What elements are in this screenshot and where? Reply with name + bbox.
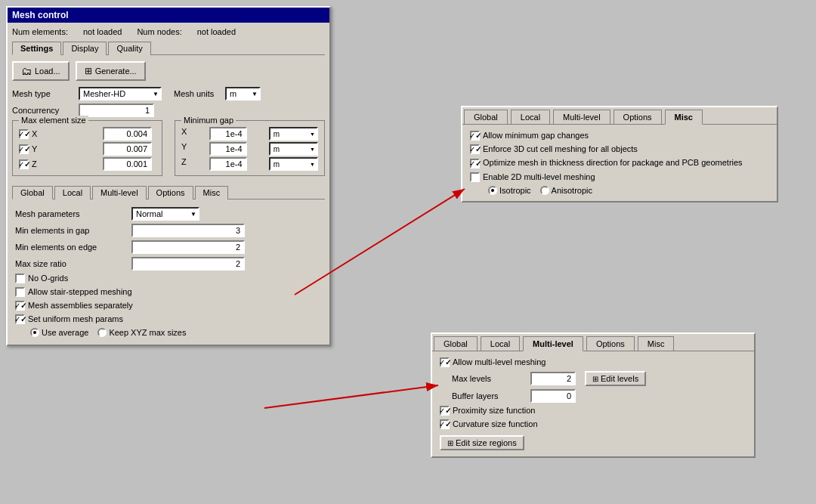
misc-tab-global[interactable]: Global bbox=[464, 110, 508, 125]
curvature-size-label: Curvature size function bbox=[453, 419, 538, 428]
use-average-radio[interactable]: Use average bbox=[30, 328, 88, 337]
ml-tab-misc[interactable]: Misc bbox=[638, 336, 675, 351]
max-levels-input[interactable] bbox=[530, 372, 576, 385]
misc-panel: Global Local Multi-level Options Misc ✓ … bbox=[461, 106, 778, 203]
isotropic-radio[interactable]: Isotropic bbox=[488, 186, 531, 195]
gap-x-unit[interactable]: m ▼ bbox=[269, 127, 318, 141]
edit-size-regions-button[interactable]: ⊞ Edit size regions bbox=[440, 435, 524, 450]
buffer-layers-input[interactable] bbox=[530, 389, 576, 403]
gap-y-label: Y bbox=[181, 142, 206, 156]
concurrency-input[interactable] bbox=[79, 104, 154, 117]
tab-settings[interactable]: Settings bbox=[12, 42, 61, 55]
set-uniform-label: Set uniform mesh params bbox=[28, 314, 123, 323]
mesh-units-select[interactable]: m mm cm in ▼ bbox=[225, 87, 261, 100]
no-o-grids-checkbox[interactable] bbox=[15, 274, 25, 283]
enforce-3d-label: Enforce 3D cut cell meshing for all obje… bbox=[483, 144, 638, 153]
radio-row: Use average Keep XYZ max sizes bbox=[15, 328, 322, 337]
allow-min-gap-label: Allow minimum gap changes bbox=[483, 131, 589, 140]
gap-x-arrow: ▼ bbox=[310, 131, 315, 137]
anisotropic-radio[interactable]: Anisotropic bbox=[540, 186, 592, 195]
allow-multilevel-checkbox[interactable]: ✓ bbox=[440, 357, 450, 367]
allow-min-gap-checkbox[interactable]: ✓ bbox=[470, 131, 480, 141]
anisotropic-label: Anisotropic bbox=[552, 186, 592, 195]
enable-2d-checkbox[interactable] bbox=[470, 172, 480, 182]
gap-y-input[interactable] bbox=[209, 142, 247, 156]
ml-content: ✓ Allow multi-level meshing Max levels ⊞… bbox=[432, 351, 754, 456]
tab-options[interactable]: Options bbox=[148, 186, 193, 199]
max-size-ratio-input[interactable] bbox=[131, 257, 245, 271]
allow-multilevel-label: Allow multi-level meshing bbox=[453, 357, 546, 366]
x-checkbox[interactable]: ✓ bbox=[19, 129, 29, 139]
z-check-row: ✓ Z bbox=[19, 157, 100, 171]
misc-tab-misc[interactable]: Misc bbox=[665, 110, 703, 125]
misc-tab-multilevel[interactable]: Multi-level bbox=[553, 110, 610, 125]
x-max-size-input[interactable] bbox=[103, 127, 152, 141]
status-row: Num elements: not loaded Num nodes: not … bbox=[12, 27, 325, 36]
tab-global[interactable]: Global bbox=[12, 186, 53, 199]
set-uniform-checkbox[interactable]: ✓ bbox=[15, 314, 25, 324]
mesh-params-arrow: ▼ bbox=[190, 211, 196, 218]
gap-x-unit-select[interactable]: m bbox=[274, 130, 295, 138]
gap-z-unit-select[interactable]: m bbox=[274, 160, 295, 169]
ml-tab-global[interactable]: Global bbox=[434, 336, 478, 351]
allow-stair-checkbox[interactable] bbox=[15, 287, 25, 297]
gap-y-unit-select[interactable]: m bbox=[274, 145, 295, 153]
buffer-layers-row: Buffer layers bbox=[440, 389, 746, 403]
load-button[interactable]: 🗂 Load... bbox=[12, 61, 70, 81]
isotropic-label: Isotropic bbox=[499, 186, 531, 195]
anisotropic-dot bbox=[540, 186, 549, 195]
misc-tab-options[interactable]: Options bbox=[614, 110, 662, 125]
y-checkbox[interactable]: ✓ bbox=[19, 144, 29, 154]
tab-misc[interactable]: Misc bbox=[195, 186, 229, 199]
optimize-mesh-row: ✓ Optimize mesh in thickness direction f… bbox=[470, 158, 769, 169]
mesh-units-label: Mesh units bbox=[174, 89, 219, 98]
misc-tab-bar: Global Local Multi-level Options Misc bbox=[462, 107, 777, 125]
tab-quality[interactable]: Quality bbox=[108, 42, 150, 55]
mesh-type-label: Mesh type bbox=[12, 89, 73, 98]
mesh-assemblies-checkbox[interactable]: ✓ bbox=[15, 301, 25, 311]
mesh-type-select[interactable]: Mesher-HD Staircase Thin-cut ▼ bbox=[79, 87, 162, 100]
ml-tab-options[interactable]: Options bbox=[586, 336, 635, 351]
gap-x-input[interactable] bbox=[209, 127, 247, 141]
mesh-params-select[interactable]: Normal Fine Coarse Custom ▼ bbox=[131, 207, 199, 221]
multilevel-panel: Global Local Multi-level Options Misc ✓ … bbox=[431, 332, 756, 458]
optimize-mesh-checkbox[interactable]: ✓ bbox=[470, 159, 480, 169]
isotropic-dot bbox=[488, 186, 497, 195]
max-size-ratio-row: Max size ratio bbox=[15, 257, 322, 271]
allow-stair-row: Allow stair-stepped meshing bbox=[15, 287, 322, 297]
edit-levels-button[interactable]: ⊞ Edit levels bbox=[585, 371, 646, 386]
keep-xyz-radio[interactable]: Keep XYZ max sizes bbox=[97, 328, 186, 337]
gap-y-unit[interactable]: m ▼ bbox=[269, 142, 318, 156]
ml-tab-bar: Global Local Multi-level Options Misc bbox=[432, 334, 754, 351]
mesh-type-dropdown[interactable]: Mesher-HD Staircase Thin-cut bbox=[83, 89, 138, 98]
num-elements-value: not loaded bbox=[83, 27, 122, 36]
proximity-size-checkbox[interactable]: ✓ bbox=[440, 406, 450, 416]
sizes-section: Max element size ✓ X ✓ Y ✓ Z bbox=[12, 120, 325, 181]
tab-display[interactable]: Display bbox=[63, 42, 107, 55]
y-max-size-input[interactable] bbox=[103, 142, 152, 156]
max-levels-label: Max levels bbox=[452, 374, 527, 383]
gap-y-arrow: ▼ bbox=[310, 147, 315, 152]
ml-tab-multilevel[interactable]: Multi-level bbox=[523, 336, 583, 351]
global-content: Mesh parameters Normal Fine Coarse Custo… bbox=[12, 204, 325, 340]
z-checkbox[interactable]: ✓ bbox=[19, 159, 29, 169]
misc-tab-local[interactable]: Local bbox=[511, 110, 550, 125]
gap-z-input[interactable] bbox=[209, 157, 247, 171]
load-icon: 🗂 bbox=[21, 65, 32, 77]
mesh-params-dropdown[interactable]: Normal Fine Coarse Custom bbox=[136, 209, 177, 218]
curvature-size-checkbox[interactable]: ✓ bbox=[440, 419, 450, 429]
min-gap-grid: X m ▼ Y m ▼ Z m ▼ bbox=[181, 127, 318, 171]
max-element-size-title: Max element size bbox=[19, 116, 88, 125]
generate-button[interactable]: ⊞ Generate... bbox=[76, 61, 146, 81]
gap-z-unit[interactable]: m ▼ bbox=[269, 157, 318, 171]
z-max-size-input[interactable] bbox=[103, 157, 152, 171]
min-elem-gap-input[interactable] bbox=[131, 224, 245, 237]
title-bar: Mesh control bbox=[8, 8, 329, 23]
tab-multilevel[interactable]: Multi-level bbox=[92, 186, 147, 199]
allow-stair-label: Allow stair-stepped meshing bbox=[28, 287, 132, 296]
tab-local[interactable]: Local bbox=[54, 186, 91, 199]
min-elem-edge-input[interactable] bbox=[131, 240, 245, 254]
ml-tab-local[interactable]: Local bbox=[481, 336, 520, 351]
enforce-3d-checkbox[interactable]: ✓ bbox=[470, 144, 480, 154]
toolbar: 🗂 Load... ⊞ Generate... bbox=[12, 61, 325, 81]
